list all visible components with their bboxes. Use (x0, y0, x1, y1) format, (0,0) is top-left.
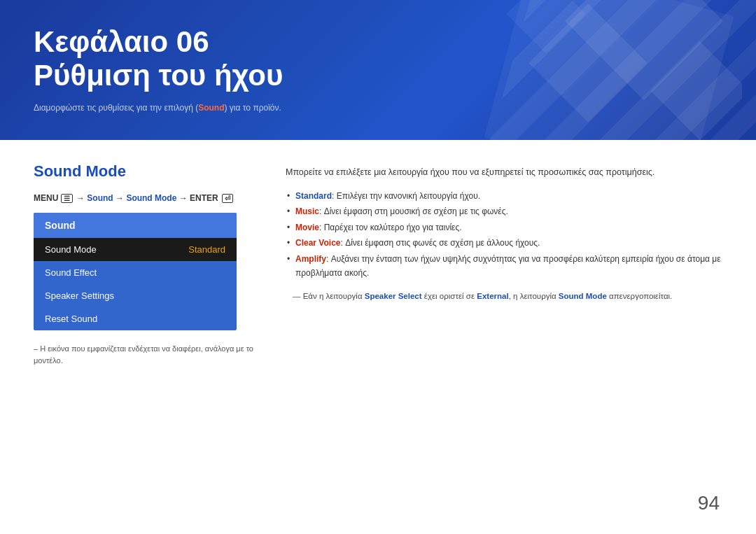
header-subtitle-suffix: ) για το προϊόν. (225, 103, 281, 113)
header-subtitle-highlight: Sound (198, 103, 224, 113)
arrow3: → (179, 193, 190, 203)
header-subtitle-prefix: Διαμορφώστε τις ρυθμίσεις για την επιλογ… (34, 103, 198, 113)
bullet-list: Standard: Επιλέγει την κανονική λειτουργ… (286, 189, 722, 280)
menu-path: MENU ☰ → Sound → Sound Mode → ENTER ⏎ (34, 193, 258, 203)
arrow2: → (115, 193, 126, 203)
bullet-text-music: : Δίνει έμφαση στη μουσική σε σχέση με τ… (319, 206, 508, 216)
menu-item-label: Sound Effect (45, 267, 97, 278)
note-suffix: απενεργοποιείται. (607, 292, 673, 300)
note-prefix: Εάν η λειτουργία (303, 292, 365, 300)
note-mid2: , η λειτουργία (509, 292, 559, 300)
bullet-label-standard: Standard (295, 191, 332, 201)
menu-panel: Sound Sound Mode Standard Sound Effect S… (34, 213, 237, 330)
header-banner: Κεφάλαιο 06 Ρύθμιση του ήχου Διαμορφώστε… (0, 0, 756, 140)
list-item-music: Music: Δίνει έμφαση στη μουσική σε σχέση… (286, 204, 722, 218)
note-bold3: Sound Mode (559, 292, 607, 300)
content-area: Sound Mode MENU ☰ → Sound → Sound Mode →… (0, 140, 756, 380)
enter-nav-label: ENTER (190, 193, 218, 203)
header-subtitle: Διαμορφώστε τις ρυθμίσεις για την επιλογ… (34, 103, 722, 113)
menu-item-sound-effect[interactable]: Sound Effect (34, 261, 237, 284)
note-mid1: έχει οριστεί σε (422, 292, 477, 300)
bullet-label-amplify: Amplify (295, 254, 326, 264)
right-note: Εάν η λειτουργία Speaker Select έχει ορι… (286, 290, 722, 302)
list-item-standard: Standard: Επιλέγει την κανονική λειτουργ… (286, 189, 722, 203)
bullet-label-movie: Movie (295, 223, 319, 232)
sound-mode-nav-label: Sound Mode (126, 193, 176, 203)
header-title-line2: Ρύθμιση του ήχου (34, 59, 722, 92)
menu-panel-header: Sound (34, 213, 237, 238)
bullet-text-movie: : Παρέχει τον καλύτερο ήχο για ταινίες. (319, 223, 462, 232)
menu-label: MENU (34, 193, 61, 203)
note-bold2: External (477, 292, 508, 300)
left-column: Sound Mode MENU ☰ → Sound → Sound Mode →… (34, 162, 258, 366)
sound-nav-label: Sound (87, 193, 113, 203)
list-item-movie: Movie: Παρέχει τον καλύτερο ήχο για ταιν… (286, 220, 722, 234)
header-title-line1: Κεφάλαιο 06 (34, 25, 722, 59)
menu-item-label: Speaker Settings (45, 290, 114, 301)
menu-item-reset-sound[interactable]: Reset Sound (34, 307, 237, 330)
right-column: Μπορείτε να επιλέξετε μια λειτουργία ήχο… (286, 162, 722, 366)
section-title: Sound Mode (34, 162, 258, 181)
menu-item-sound-mode[interactable]: Sound Mode Standard (34, 238, 237, 261)
bullet-label-music: Music (295, 206, 319, 216)
enter-icon: ⏎ (222, 194, 233, 203)
menu-icon: ☰ (61, 194, 73, 203)
bullet-label-clear-voice: Clear Voice (295, 238, 340, 248)
note-bold1: Speaker Select (365, 292, 422, 300)
list-item-clear-voice: Clear Voice: Δίνει έμφαση στις φωνές σε … (286, 236, 722, 250)
menu-item-value: Standard (188, 244, 225, 255)
left-note: – Η εικόνα που εμφανίζεται ενδέχεται να … (34, 343, 258, 366)
arrow1: → (76, 193, 87, 203)
bullet-text-amplify: : Αυξάνει την ένταση των ήχων υψηλής συχ… (295, 254, 721, 278)
menu-item-label: Reset Sound (45, 314, 97, 324)
right-intro: Μπορείτε να επιλέξετε μια λειτουργία ήχο… (286, 165, 722, 179)
menu-item-label: Sound Mode (45, 244, 97, 255)
bullet-text-standard: : Επιλέγει την κανονική λειτουργία ήχου. (332, 191, 480, 201)
page-number: 94 (698, 492, 720, 514)
list-item-amplify: Amplify: Αυξάνει την ένταση των ήχων υψη… (286, 252, 722, 281)
bullet-text-clear-voice: : Δίνει έμφαση στις φωνές σε σχέση με άλ… (340, 238, 540, 248)
menu-item-speaker-settings[interactable]: Speaker Settings (34, 284, 237, 307)
